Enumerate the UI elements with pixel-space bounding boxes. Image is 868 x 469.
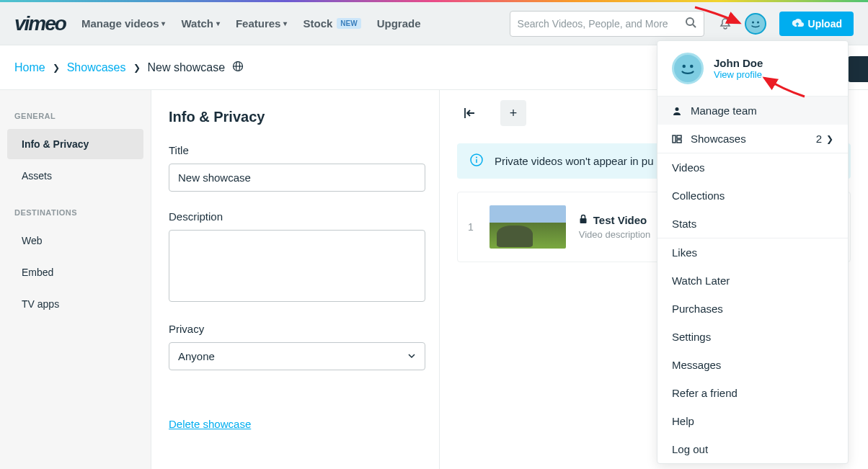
showcases-count: 2: [816, 133, 822, 145]
new-badge: NEW: [337, 18, 360, 29]
dropdown-item-showcases[interactable]: Showcases 2 ❯: [657, 125, 848, 153]
chevron-right-icon: ❯: [53, 63, 60, 73]
svg-rect-18: [677, 135, 681, 138]
bell-icon[interactable]: [719, 17, 732, 30]
dropdown-item-collections[interactable]: Collections: [657, 182, 848, 210]
sidebar-item-web[interactable]: Web: [7, 225, 143, 256]
sidebar-heading-destinations: DESTINATIONS: [0, 205, 151, 225]
add-button[interactable]: +: [500, 100, 526, 126]
sidebar-heading-general: GENERAL: [0, 109, 151, 129]
dropdown-item-likes[interactable]: Likes: [657, 238, 848, 267]
breadcrumb-current: New showcase: [148, 61, 226, 74]
svg-point-16: [676, 107, 679, 111]
search-icon[interactable]: [685, 17, 696, 30]
svg-line-1: [693, 24, 696, 27]
search-input[interactable]: [518, 18, 685, 30]
video-description: Video description: [579, 229, 651, 240]
sidebar-item-embed[interactable]: Embed: [7, 257, 143, 287]
dropdown-item-stats[interactable]: Stats: [657, 210, 848, 238]
person-icon: [672, 106, 683, 116]
breadcrumb-showcases[interactable]: Showcases: [67, 61, 126, 74]
nav-label: Upgrade: [377, 17, 421, 30]
title-input[interactable]: [169, 164, 425, 192]
avatar-button[interactable]: [745, 13, 766, 35]
nav-label: Watch: [181, 17, 213, 30]
delete-showcase-link[interactable]: Delete showcase: [169, 418, 251, 430]
dropdown-item-settings[interactable]: Settings: [657, 323, 848, 351]
dropdown-item-watch-later[interactable]: Watch Later: [657, 267, 848, 295]
view-profile-link[interactable]: View profile: [714, 69, 763, 80]
dropdown-label: Manage team: [691, 104, 757, 117]
svg-point-4: [757, 21, 759, 23]
cloud-upload-icon: [791, 19, 804, 29]
dropdown-item-videos[interactable]: Videos: [657, 153, 848, 182]
nav-manage-videos[interactable]: Manage videos ▾: [81, 17, 166, 30]
svg-rect-12: [580, 218, 586, 223]
user-dropdown: John Doe View profile Manage team Showca…: [657, 40, 849, 464]
nav-stock[interactable]: Stock NEW: [303, 17, 360, 30]
chevron-right-icon: ❯: [133, 63, 141, 73]
svg-rect-17: [673, 135, 676, 143]
content-pane: Info & Privacy Title Description Privacy…: [151, 90, 440, 469]
info-icon: [470, 153, 483, 169]
vimeo-logo[interactable]: vimeo: [14, 12, 66, 35]
title-label: Title: [169, 144, 422, 156]
nav-label: Features: [236, 17, 281, 30]
svg-point-10: [476, 157, 477, 158]
privacy-value: Anyone: [178, 350, 215, 362]
svg-point-0: [686, 18, 694, 25]
chevron-down-icon: ▾: [283, 19, 287, 27]
dropdown-item-messages[interactable]: Messages: [657, 351, 848, 379]
dropdown-item-manage-team[interactable]: Manage team: [657, 97, 848, 125]
dropdown-label: Showcases: [691, 133, 746, 145]
sidebar: GENERAL Info & Privacy Assets DESTINATIO…: [0, 90, 151, 469]
privacy-label: Privacy: [169, 323, 422, 335]
chevron-down-icon: ▾: [161, 19, 165, 27]
upload-label: Upload: [808, 18, 842, 30]
avatar-large: [672, 53, 704, 84]
sidebar-item-tv-apps[interactable]: TV apps: [7, 289, 143, 319]
dropdown-header: John Doe View profile: [657, 41, 848, 96]
nav-label: Stock: [303, 17, 332, 30]
svg-rect-19: [677, 140, 681, 143]
svg-point-15: [690, 65, 694, 68]
chevron-right-icon: ❯: [826, 134, 833, 144]
nav-label: Manage videos: [81, 17, 159, 30]
globe-icon: [232, 61, 244, 75]
svg-point-14: [683, 65, 686, 68]
showcases-icon: [672, 134, 683, 144]
collapse-button[interactable]: [457, 100, 483, 126]
dropdown-item-purchases[interactable]: Purchases: [657, 295, 848, 323]
side-panel-peek[interactable]: [848, 56, 868, 82]
breadcrumb-home[interactable]: Home: [14, 61, 45, 74]
video-index: 1: [468, 221, 474, 233]
dropdown-item-refer[interactable]: Refer a friend: [657, 379, 848, 407]
nav-features[interactable]: Features ▾: [236, 17, 288, 30]
page-title: Info & Privacy: [169, 109, 422, 125]
nav-watch[interactable]: Watch ▾: [181, 17, 219, 30]
top-nav: vimeo Manage videos ▾ Watch ▾ Features ▾…: [0, 2, 868, 45]
svg-point-13: [676, 57, 700, 81]
dropdown-item-help[interactable]: Help: [657, 407, 848, 435]
sidebar-item-assets[interactable]: Assets: [7, 161, 143, 191]
svg-point-2: [748, 16, 763, 32]
lock-icon: [579, 214, 588, 226]
user-name: John Doe: [714, 57, 763, 69]
nav-upgrade[interactable]: Upgrade: [377, 17, 421, 30]
plus-icon: +: [510, 106, 518, 121]
svg-point-3: [752, 21, 754, 23]
video-thumbnail[interactable]: [490, 205, 566, 249]
upload-button[interactable]: Upload: [779, 12, 854, 36]
video-title: Test Video: [593, 214, 647, 226]
search-box[interactable]: [510, 11, 704, 37]
chevron-down-icon: ▾: [216, 19, 220, 27]
info-banner-text: Private videos won't appear in pu: [495, 155, 654, 167]
dropdown-item-logout[interactable]: Log out: [657, 435, 848, 463]
chevron-down-icon: [407, 350, 416, 362]
sidebar-item-info-privacy[interactable]: Info & Privacy: [7, 129, 143, 159]
privacy-select[interactable]: Anyone: [169, 342, 425, 370]
description-label: Description: [169, 210, 422, 223]
description-input[interactable]: [169, 230, 425, 302]
